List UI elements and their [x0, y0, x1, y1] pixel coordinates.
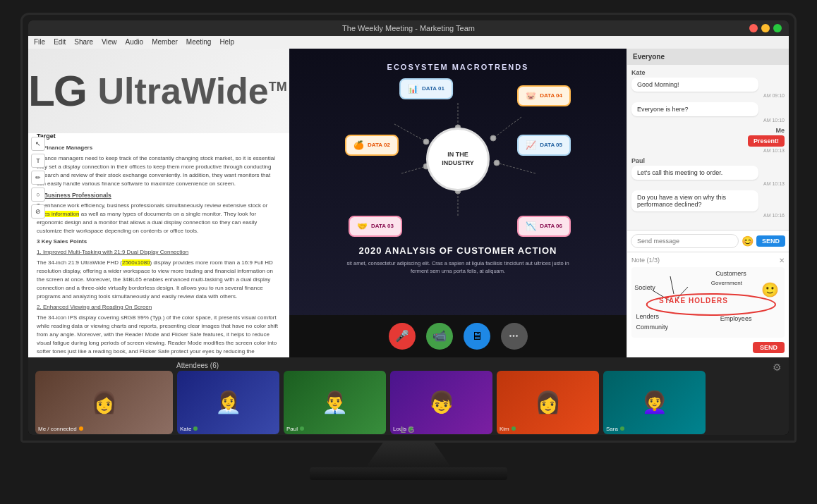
chat-message-1: Kate Good Morning! AM 09:10	[631, 69, 785, 98]
note-close-button[interactable]: ✕	[779, 257, 785, 264]
bubble-icon-4: 🐷	[526, 91, 536, 101]
chat-send-button[interactable]: SEND	[756, 235, 785, 247]
chat-message-5: Do you have a view on why this performan…	[631, 190, 785, 218]
attendee-paul-badge: Paul	[286, 426, 304, 432]
doc-heading: Target	[37, 132, 281, 142]
data-bubble-bottom-left: 🤝 DATA 03	[349, 216, 402, 237]
chat-sender-3: Me	[775, 127, 785, 134]
more-options-button[interactable]: •••	[501, 323, 528, 350]
main-content: LG UltraWideTM ↖ T ✏ ○ ⊘ Target 1)	[28, 49, 789, 357]
chat-time-4: AM 10:13	[763, 181, 785, 186]
chat-bubble-2: Everyone is here?	[631, 102, 758, 116]
attendee-kate-badge: Kate	[180, 426, 198, 432]
ann-cursor-tool[interactable]: ↖	[31, 137, 45, 151]
presentation-area: ECOSYSTEM MACROTRENDS	[289, 49, 627, 315]
menu-help[interactable]: Help	[219, 38, 234, 46]
monitor-screen: The Weekly Meeting - Marketing Team File…	[28, 20, 789, 435]
data-label-5: DATA 05	[540, 142, 562, 148]
doc-point1-title: 1. Improved Multi-Tasking with 21:9 Dual…	[37, 248, 281, 257]
monitor-base	[310, 467, 507, 480]
note-smiley: 🙂	[761, 281, 779, 298]
ann-eraser-tool[interactable]: ⊘	[31, 204, 45, 219]
menu-meeting[interactable]: Meeting	[186, 38, 212, 46]
monitor-shell: The Weekly Meeting - Marketing Team File…	[20, 13, 797, 492]
svg-point-7	[490, 135, 496, 141]
attendee-kim: 👩 Kim	[497, 371, 599, 434]
bubble-icon-2: 🍊	[353, 140, 364, 150]
data-label-2: DATA 02	[368, 142, 390, 148]
chat-text-1: Good Morning!	[637, 81, 679, 88]
window-title: The Weekly Meeting - Marketing Team	[342, 24, 475, 32]
doc-section2-title: 2) Business Professionals	[37, 191, 281, 200]
menu-view[interactable]: View	[102, 38, 117, 46]
attendee-sara-name: Sara	[606, 426, 618, 432]
note-header: Note (1/3) ✕	[631, 257, 785, 264]
ann-shape-tool[interactable]: ○	[31, 188, 45, 202]
ann-pen-tool[interactable]: ✏	[31, 171, 45, 185]
doc-subheading: 1) Finance Managers	[37, 144, 281, 152]
note-text-lenders: Lenders	[636, 313, 660, 320]
note-text-community: Community	[636, 324, 669, 331]
data-label-6: DATA 06	[540, 223, 562, 229]
menu-edit[interactable]: Edit	[54, 38, 66, 46]
close-btn[interactable]	[749, 24, 758, 32]
data-label-1: DATA 01	[422, 85, 444, 92]
attendee-me-badge: Me / connected	[38, 426, 83, 432]
chat-input[interactable]	[631, 234, 739, 248]
note-text-employees: Employees	[720, 315, 752, 322]
menu-file[interactable]: File	[34, 38, 45, 46]
center-circle-text: IN THEINDUSTRY	[442, 151, 474, 167]
infographic: IN THEINDUSTRY 📊 DATA 01	[345, 82, 571, 237]
menu-bar: File Edit Share View Audio Member Meetin…	[28, 36, 789, 49]
more-icon: •••	[509, 332, 519, 340]
attendees-gear-icon[interactable]: ⚙	[773, 362, 782, 373]
attendee-paul-name: Paul	[286, 426, 298, 432]
chat-header: Everyone	[627, 49, 789, 65]
chat-time-1: AM 09:10	[763, 93, 785, 98]
attendee-kim-badge: Kim	[500, 426, 516, 432]
attendee-me-status	[79, 426, 83, 431]
chat-panel: Everyone Kate Good Morning! AM 09:10	[627, 49, 789, 357]
lg-logo-overlay: LG UltraWideTM	[28, 49, 289, 133]
maximize-btn[interactable]	[773, 24, 782, 32]
lg-brand-logo: LG	[28, 69, 86, 113]
chat-sender-1: Kate	[631, 69, 785, 76]
chat-time-5: AM 10:16	[763, 213, 785, 218]
chat-participants-label: Everyone	[633, 53, 665, 61]
menu-member[interactable]: Member	[152, 38, 178, 46]
attendee-kate: 👩‍💼 Kate	[177, 371, 279, 434]
chat-message-4: Paul Let's call this meeting to order. A…	[631, 157, 785, 186]
svg-line-14	[670, 276, 674, 294]
data-bubble-left: 🍊 DATA 02	[345, 135, 399, 156]
doc-section3-title: 3 Key Sales Points	[37, 238, 281, 246]
note-area: Note (1/3) ✕ Customers Society Governmen…	[627, 252, 789, 357]
chat-input-area: 😊 SEND	[627, 230, 789, 252]
ann-text-tool[interactable]: T	[31, 154, 45, 168]
attendee-sara-status	[620, 426, 624, 431]
minimize-btn[interactable]	[761, 24, 770, 32]
note-send-button[interactable]: SEND	[753, 342, 785, 353]
chat-text-5: Do you have a view on why this performan…	[637, 194, 726, 208]
menu-share[interactable]: Share	[74, 38, 93, 46]
menu-audio[interactable]: Audio	[126, 38, 144, 46]
video-button[interactable]: 📹	[426, 323, 453, 350]
attendee-paul: 👨‍💼 Paul	[284, 371, 386, 434]
monitor-stand	[366, 443, 451, 467]
chat-bubble-5: Do you have a view on why this performan…	[631, 190, 758, 211]
present-button[interactable]: Present!	[748, 135, 785, 147]
doc-point1-body: The 34-inch 21:9 UltraWide FHD (2560x108…	[37, 259, 281, 301]
note-text-stakeholders: STAKE HOLDERS	[659, 297, 728, 305]
attendee-sara-badge: Sara	[606, 426, 624, 432]
emoji-button[interactable]: 😊	[742, 235, 754, 247]
mute-button[interactable]: 🎤	[389, 323, 416, 350]
bubble-icon-6: 📉	[526, 221, 536, 231]
share-screen-button[interactable]: 🖥	[464, 323, 490, 350]
presentation-bottom-title: 2020 ANALYSIS OF CUSTOMER ACTION	[359, 245, 557, 256]
note-text-customers: Customers	[715, 270, 746, 277]
note-title: Note (1/3)	[631, 257, 660, 264]
chat-message-2: Everyone is here? AM 10:10	[631, 102, 785, 123]
svg-line-4	[401, 166, 426, 173]
bubble-icon-3: 🤝	[357, 221, 368, 231]
chat-time-3: AM 10:13	[763, 148, 785, 153]
attendee-me-avatar: 👩	[35, 371, 173, 434]
